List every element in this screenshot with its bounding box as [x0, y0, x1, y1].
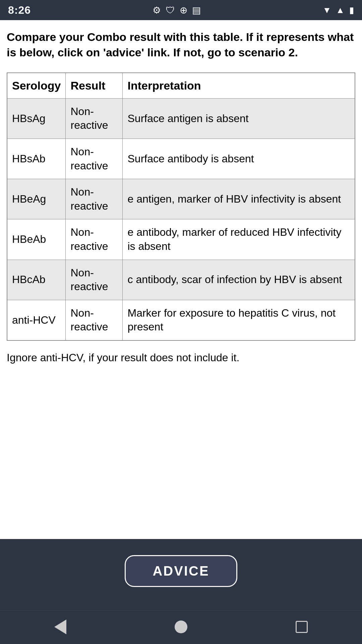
serology-table: Serology Result Interpretation HBsAgNon-…	[7, 72, 355, 341]
nav-bar	[0, 610, 362, 644]
table-row: HBeAgNon-reactivee antigen, marker of HB…	[7, 179, 355, 219]
col-header-interpretation: Interpretation	[123, 73, 355, 99]
recent-button[interactable]	[296, 621, 308, 634]
battery-icon: ▮	[349, 5, 354, 15]
signal-icon: ▲	[336, 5, 345, 15]
cell-result: Non-reactive	[66, 98, 123, 139]
table-row: HBsAgNon-reactiveSurface antigen is abse…	[7, 98, 355, 139]
footnote-text: Ignore anti-HCV, if your result does not…	[7, 350, 355, 365]
cell-result: Non-reactive	[66, 179, 123, 219]
shield-icon: 🛡	[166, 5, 175, 16]
cell-serology: HBcAb	[7, 260, 66, 300]
at-icon: ⊕	[180, 5, 187, 16]
bottom-section: ADVICE	[0, 539, 362, 610]
table-row: HBcAbNon-reactivec antibody, scar of inf…	[7, 260, 355, 300]
cell-interpretation: Marker for exposure to hepatitis C virus…	[123, 300, 355, 340]
settings-icon: ⚙	[153, 5, 161, 16]
table-row: anti-HCVNon-reactiveMarker for exposure …	[7, 300, 355, 340]
cell-interpretation: e antigen, marker of HBV infectivity is …	[123, 179, 355, 219]
id-icon: ▤	[192, 5, 201, 16]
cell-serology: HBsAb	[7, 139, 66, 179]
home-button[interactable]	[175, 621, 187, 635]
cell-interpretation: e antibody, marker of reduced HBV infect…	[123, 219, 355, 260]
intro-text: Compare your Combo result with this tabl…	[7, 30, 355, 60]
cell-interpretation: c antibody, scar of infection by HBV is …	[123, 260, 355, 300]
back-button[interactable]	[54, 620, 66, 636]
status-icons-left: ⚙ 🛡 ⊕ ▤	[153, 5, 201, 16]
status-time: 8:26	[8, 4, 31, 16]
cell-serology: HBsAg	[7, 98, 66, 139]
table-row: HBsAbNon-reactiveSurface antibody is abs…	[7, 139, 355, 179]
cell-result: Non-reactive	[66, 219, 123, 260]
cell-interpretation: Surface antibody is absent	[123, 139, 355, 179]
cell-result: Non-reactive	[66, 139, 123, 179]
col-header-result: Result	[66, 73, 123, 99]
table-row: HBeAbNon-reactivee antibody, marker of r…	[7, 219, 355, 260]
cell-serology: HBeAg	[7, 179, 66, 219]
cell-serology: anti-HCV	[7, 300, 66, 340]
main-content: Compare your Combo result with this tabl…	[0, 20, 362, 539]
cell-interpretation: Surface antigen is absent	[123, 98, 355, 139]
cell-result: Non-reactive	[66, 260, 123, 300]
cell-result: Non-reactive	[66, 300, 123, 340]
col-header-serology: Serology	[7, 73, 66, 99]
wifi-icon: ▼	[323, 5, 331, 15]
status-icons-right: ▼ ▲ ▮	[323, 5, 354, 15]
cell-serology: HBeAb	[7, 219, 66, 260]
advice-button[interactable]: ADVICE	[125, 555, 237, 587]
status-bar: 8:26 ⚙ 🛡 ⊕ ▤ ▼ ▲ ▮	[0, 0, 362, 20]
